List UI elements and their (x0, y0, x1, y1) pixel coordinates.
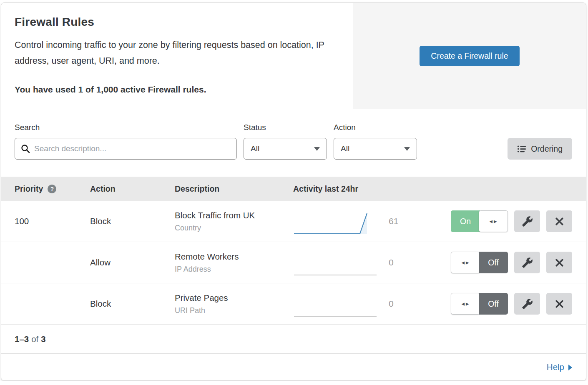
column-header-activity: Activity last 24hr (293, 184, 416, 194)
action-select[interactable]: All (334, 138, 417, 160)
create-firewall-rule-button[interactable]: Create a Firewall rule (420, 46, 519, 66)
edit-rule-button[interactable] (514, 252, 540, 273)
rule-enabled-toggle[interactable]: ◂▸ Off (451, 293, 508, 315)
filter-bar: Search Status All Action All (1, 109, 586, 177)
toggle-knob[interactable]: ◂▸ (451, 293, 480, 315)
pagination-bar: 1–3 of 3 (1, 325, 586, 354)
rule-match-type: Country (175, 224, 293, 232)
rule-title: Remote Workers (175, 252, 293, 262)
header-text-panel: Firewall Rules Control incoming traffic … (1, 3, 353, 109)
toggle-knob[interactable]: ◂▸ (479, 210, 508, 232)
wrench-icon (522, 257, 533, 268)
toggle-arrows-icon: ◂▸ (461, 259, 470, 266)
delete-rule-button[interactable] (546, 252, 572, 273)
wrench-icon (522, 216, 533, 227)
rule-priority: 100 (15, 216, 90, 226)
close-icon (554, 216, 565, 227)
help-bar: Help (1, 354, 586, 380)
toggle-arrows-icon: ◂▸ (489, 218, 498, 225)
page-description: Control incoming traffic to your zone by… (15, 37, 336, 69)
activity-sparkline (293, 293, 383, 318)
rule-action: Block (90, 299, 175, 309)
activity-sparkline (293, 252, 383, 277)
delete-rule-button[interactable] (546, 293, 572, 315)
rule-controls: ◂▸ Off (451, 252, 572, 273)
rule-action: Block (90, 216, 175, 226)
rule-title: Block Traffic from UK (175, 210, 293, 220)
toggle-knob[interactable]: ◂▸ (451, 252, 480, 273)
table-header-row: Priority ? Action Description Activity l… (1, 177, 586, 201)
chevron-down-icon (314, 147, 320, 151)
search-label: Search (15, 123, 237, 132)
column-header-priority: Priority ? (15, 184, 90, 194)
activity-sparkline (293, 210, 383, 235)
wrench-icon (522, 298, 533, 310)
firewall-rules-card: Firewall Rules Control incoming traffic … (1, 2, 586, 381)
status-selected-value: All (251, 144, 259, 153)
edit-rule-button[interactable] (514, 293, 540, 315)
action-selected-value: All (341, 144, 349, 153)
ordering-list-icon (517, 145, 526, 153)
status-select[interactable]: All (244, 138, 327, 160)
close-icon (554, 258, 565, 268)
status-filter-group: Status All (244, 123, 327, 160)
rule-description-cell: Private Pages URI Path (175, 293, 293, 315)
rule-description-cell: Block Traffic from UK Country (175, 210, 293, 232)
rule-controls: On ◂▸ (451, 210, 572, 232)
rule-match-type: IP Address (175, 265, 293, 274)
usage-note: You have used 1 of 1,000 active Firewall… (15, 85, 339, 95)
toggle-off-label: Off (479, 252, 508, 273)
search-icon (20, 144, 30, 154)
pagination-total: 3 (41, 334, 45, 344)
delete-rule-button[interactable] (546, 210, 572, 232)
close-icon (554, 299, 565, 309)
table-row: 100 Block Block Traffic from UK Country … (1, 201, 586, 242)
rule-title: Private Pages (175, 293, 293, 303)
edit-rule-button[interactable] (514, 210, 540, 232)
search-group: Search (15, 123, 237, 160)
activity-count: 0 (383, 299, 416, 309)
status-label: Status (244, 123, 327, 132)
header-action-panel: Create a Firewall rule (353, 3, 586, 109)
chevron-down-icon (404, 147, 410, 151)
search-field-wrap (15, 138, 237, 160)
help-link-label: Help (547, 362, 564, 372)
arrow-right-icon (568, 365, 572, 370)
activity-count: 0 (383, 258, 416, 268)
action-label: Action (334, 123, 417, 132)
toggle-on-label: On (451, 210, 480, 232)
rule-action: Allow (90, 258, 175, 268)
action-filter-group: Action All (334, 123, 417, 160)
rule-description-cell: Remote Workers IP Address (175, 252, 293, 274)
help-link[interactable]: Help (547, 362, 572, 372)
pagination-of-label: of (31, 334, 38, 344)
help-question-icon[interactable]: ? (48, 185, 56, 193)
rule-enabled-toggle[interactable]: On ◂▸ (451, 210, 508, 232)
toggle-arrows-icon: ◂▸ (461, 300, 470, 308)
table-row: Block Private Pages URI Path 0 ◂▸ Off (1, 283, 586, 325)
rule-match-type: URI Path (175, 306, 293, 315)
ordering-button[interactable]: Ordering (508, 138, 572, 160)
rule-controls: ◂▸ Off (451, 293, 572, 315)
page-header: Firewall Rules Control incoming traffic … (1, 3, 586, 109)
column-header-description: Description (175, 184, 293, 194)
column-header-action: Action (90, 184, 175, 194)
ordering-button-label: Ordering (531, 144, 563, 154)
table-row: Allow Remote Workers IP Address 0 ◂▸ Off (1, 242, 586, 283)
search-input[interactable] (15, 138, 237, 160)
pagination-range: 1–3 (15, 334, 29, 344)
rule-enabled-toggle[interactable]: ◂▸ Off (451, 252, 508, 273)
toggle-off-label: Off (479, 293, 508, 315)
activity-count: 61 (383, 216, 416, 226)
priority-header-label: Priority (15, 184, 43, 194)
page-title: Firewall Rules (15, 15, 339, 29)
